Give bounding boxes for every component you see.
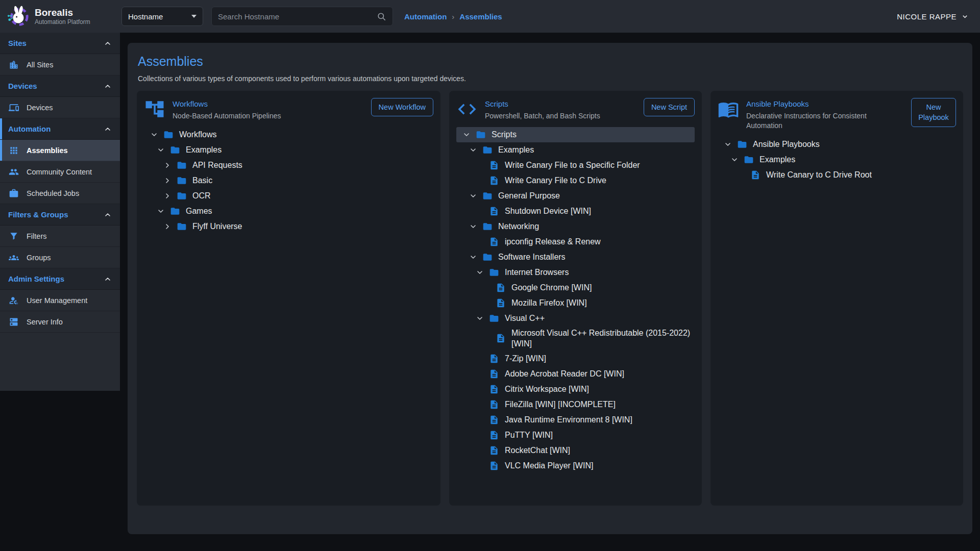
- sidebar-item-scheduled-jobs[interactable]: Scheduled Jobs: [0, 183, 120, 204]
- chevron-expanded-icon[interactable]: [157, 146, 165, 154]
- tree-item-examples[interactable]: Examples: [456, 142, 695, 158]
- tree-item-basic[interactable]: Basic: [144, 173, 433, 188]
- tree-item-flyff-universe[interactable]: Flyff Universe: [144, 219, 433, 234]
- sidebar-item-devices[interactable]: Devices: [0, 97, 120, 118]
- tree-item-microsoft-visual-c-redistributable-2015-2022-win[interactable]: Microsoft Visual C++ Redistributable (20…: [456, 326, 695, 351]
- file-icon[interactable]: [489, 176, 499, 186]
- chevron-expanded-icon[interactable]: [469, 253, 477, 261]
- chevron-up-icon[interactable]: [104, 39, 112, 47]
- chevron-up-icon[interactable]: [104, 275, 112, 283]
- file-icon[interactable]: [489, 384, 499, 394]
- folder-icon[interactable]: [737, 139, 747, 149]
- folder-icon[interactable]: [482, 221, 493, 232]
- file-icon[interactable]: [489, 206, 499, 216]
- workflow-icon[interactable]: [144, 98, 165, 120]
- folder-icon[interactable]: [177, 160, 187, 170]
- sidebar-section-filters-groups[interactable]: Filters & Groups: [0, 204, 120, 226]
- tree-item-scripts[interactable]: Scripts: [456, 127, 695, 142]
- chevron-up-icon[interactable]: [104, 211, 112, 219]
- tree-item-visual-c[interactable]: Visual C++: [456, 311, 695, 326]
- new-workflow-button[interactable]: New Workflow: [371, 98, 433, 116]
- tree-item-shutdown-device-win[interactable]: Shutdown Device [WIN]: [456, 204, 695, 219]
- chevron-expanded-icon[interactable]: [150, 131, 158, 139]
- file-icon[interactable]: [489, 430, 499, 440]
- tree-item-ansible-playbooks[interactable]: Ansible Playbooks: [718, 137, 956, 152]
- tree-item-general-purpose[interactable]: General Purpose: [456, 188, 695, 204]
- sidebar-section-automation[interactable]: Automation: [0, 118, 120, 140]
- tree-item-networking[interactable]: Networking: [456, 219, 695, 234]
- file-icon[interactable]: [750, 170, 761, 180]
- breadcrumb-link-automation[interactable]: Automation: [404, 12, 447, 21]
- briefcase-icon[interactable]: [9, 188, 19, 198]
- sidebar-item-assemblies[interactable]: Assemblies: [0, 140, 120, 161]
- chevron-collapsed-icon[interactable]: [163, 222, 172, 231]
- sidebar-item-groups[interactable]: Groups: [0, 247, 120, 268]
- tree-item-write-canary-file-to-a-specific-folder[interactable]: Write Canary File to a Specific Folder: [456, 158, 695, 173]
- search-hostname-input[interactable]: [218, 12, 377, 21]
- chevron-expanded-icon[interactable]: [730, 156, 739, 164]
- filter-icon[interactable]: [9, 231, 19, 241]
- folder-icon[interactable]: [170, 145, 180, 155]
- new-script-button[interactable]: New Script: [644, 98, 695, 116]
- sidebar-section-sites[interactable]: Sites: [0, 33, 120, 54]
- chevron-expanded-icon[interactable]: [469, 222, 477, 231]
- folder-icon[interactable]: [170, 206, 180, 216]
- folder-icon[interactable]: [482, 145, 493, 155]
- file-icon[interactable]: [489, 445, 499, 456]
- breadcrumb-link-assemblies[interactable]: Assemblies: [459, 12, 502, 21]
- new-playbook-button[interactable]: New Playbook: [911, 98, 956, 127]
- folder-icon[interactable]: [482, 252, 493, 262]
- tree-item-ipconfig-release-renew[interactable]: ipconfig Release & Renew: [456, 234, 695, 249]
- tree-item-rocketchat-win[interactable]: RocketChat [WIN]: [456, 443, 695, 458]
- chevron-expanded-icon[interactable]: [476, 268, 484, 277]
- file-icon[interactable]: [496, 283, 506, 293]
- folder-icon[interactable]: [476, 130, 486, 140]
- file-icon[interactable]: [489, 237, 499, 247]
- tree-item-internet-browsers[interactable]: Internet Browsers: [456, 265, 695, 280]
- tree-item-mozilla-firefox-win[interactable]: Mozilla Firefox [WIN]: [456, 295, 695, 311]
- tree-item-filezilla-win-incomplete[interactable]: FileZilla [WIN] [INCOMPLETE]: [456, 397, 695, 412]
- chevron-up-icon[interactable]: [104, 125, 112, 133]
- tree-item-write-canary-to-c-drive-root[interactable]: Write Canary to C Drive Root: [718, 167, 956, 183]
- search-icon[interactable]: [377, 12, 386, 21]
- sidebar-section-admin-settings[interactable]: Admin Settings: [0, 268, 120, 290]
- tree-item-putty-win[interactable]: PuTTY [WIN]: [456, 428, 695, 443]
- file-icon[interactable]: [489, 461, 499, 471]
- file-icon[interactable]: [489, 160, 499, 170]
- chevron-expanded-icon[interactable]: [469, 192, 477, 200]
- chevron-expanded-icon[interactable]: [157, 207, 165, 215]
- tree-item-games[interactable]: Games: [144, 204, 433, 219]
- tree-item-vlc-media-player-win[interactable]: VLC Media Player [WIN]: [456, 458, 695, 473]
- sidebar-item-all-sites[interactable]: All Sites: [0, 54, 120, 76]
- building-icon[interactable]: [9, 60, 19, 70]
- sidebar-item-server-info[interactable]: Server Info: [0, 311, 120, 333]
- tree-item-workflows[interactable]: Workflows: [144, 127, 433, 142]
- file-icon[interactable]: [489, 354, 499, 364]
- chevron-collapsed-icon[interactable]: [163, 161, 172, 169]
- groups-icon[interactable]: [9, 253, 19, 263]
- chevron-expanded-icon[interactable]: [476, 314, 484, 322]
- user-gear-icon[interactable]: [9, 295, 19, 306]
- chevron-expanded-icon[interactable]: [724, 140, 732, 148]
- code-icon[interactable]: [456, 98, 478, 120]
- tree-item-google-chrome-win[interactable]: Google Chrome [WIN]: [456, 280, 695, 295]
- file-icon[interactable]: [496, 298, 506, 308]
- file-icon[interactable]: [489, 399, 499, 410]
- chevron-collapsed-icon[interactable]: [163, 177, 172, 185]
- file-icon[interactable]: [489, 369, 499, 379]
- folder-icon[interactable]: [177, 221, 187, 232]
- tree-item-examples[interactable]: Examples: [718, 152, 956, 167]
- grid-icon[interactable]: [9, 145, 19, 156]
- tree-item-citrix-workspace-win[interactable]: Citrix Workspace [WIN]: [456, 382, 695, 397]
- file-icon[interactable]: [496, 333, 506, 343]
- tree-item-software-installers[interactable]: Software Installers: [456, 249, 695, 265]
- chevron-up-icon[interactable]: [104, 82, 112, 90]
- folder-icon[interactable]: [482, 191, 493, 201]
- sidebar-item-community-content[interactable]: Community Content: [0, 161, 120, 183]
- devices-icon[interactable]: [9, 103, 19, 113]
- server-icon[interactable]: [9, 317, 19, 327]
- tree-item-write-canary-file-to-c-drive[interactable]: Write Canary File to C Drive: [456, 173, 695, 188]
- tree-item-7-zip-win[interactable]: 7-Zip [WIN]: [456, 351, 695, 366]
- hostname-select[interactable]: Hostname: [121, 7, 203, 26]
- sidebar-item-filters[interactable]: Filters: [0, 226, 120, 247]
